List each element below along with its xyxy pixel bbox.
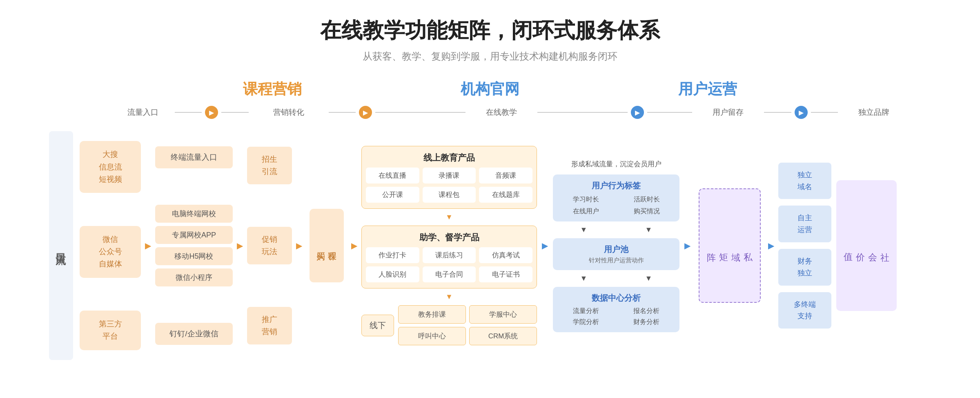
flow-label-retention: 用户留存	[695, 107, 761, 118]
brand-item-2: 财务 独立	[778, 249, 831, 286]
data-item-0: 流量分析	[557, 307, 615, 315]
convert-item-3: 推广 营销	[247, 307, 292, 345]
sup-item-2: 仿真考试	[479, 247, 532, 263]
flow-label-brand: 独立品牌	[841, 107, 906, 118]
flow-label-traffic: 流量入口	[114, 107, 172, 118]
down-arrow-4a: ▼	[553, 274, 615, 283]
offline-item-0: 教务排课	[398, 305, 466, 324]
marketing-item-4: 移动H5网校	[155, 247, 233, 265]
marketing-item-6: 钉钉/企业微信	[155, 323, 233, 345]
section-user-ops: 用户运营	[599, 79, 817, 99]
arrow-1: ▶	[145, 241, 151, 250]
down-arrow-3a: ▼	[553, 226, 615, 234]
arrow-2: ▶	[237, 241, 243, 250]
user-pool-title: 用户池	[557, 244, 675, 255]
independent-brand-col: 独立 域名 自主 运营 财务 独立 多终端 支持	[778, 131, 831, 360]
user-retention-section: 形成私域流量，沉淀会员用户 用户行为标签 学习时长 活跃时长 在线用户 购买情况…	[553, 131, 679, 360]
offline-item-2: 呼叫中心	[398, 327, 466, 345]
supervision-title: 助学、督学产品	[366, 232, 532, 243]
offline-item-3: CRM系统	[469, 327, 537, 345]
arrow-4: ▶	[351, 241, 357, 250]
marketing-group: 电脑终端网校 专属网校APP 移动H5网校 微信小程序	[155, 205, 233, 286]
user-pool-sub: 针对性用户运营动作	[557, 257, 675, 264]
behavior-item-3: 购买情况	[618, 207, 675, 216]
data-item-3: 财务分析	[617, 318, 675, 326]
page-container: 在线教学功能矩阵，闭环式服务体系 从获客、教学、复购到学服，用专业技术构建机构服…	[0, 0, 980, 385]
arrow-circle-4: ▶	[795, 106, 808, 119]
sup-item-4: 电子合同	[423, 266, 476, 282]
header: 在线教学功能矩阵，闭环式服务体系 从获客、教学、复购到学服，用专业技术构建机构服…	[24, 16, 956, 63]
supervision-box: 助学、督学产品 作业打卡 课后练习 仿真考试 人脸识别 电子合同 电子证书	[361, 226, 537, 288]
sup-item-1: 课后练习	[423, 247, 476, 263]
marketing-item-5: 微信小程序	[155, 268, 233, 286]
convert-item-1: 招生 引流	[247, 147, 292, 185]
user-pool-section: 用户池 针对性用户运营动作	[553, 238, 679, 270]
behavior-item-2: 在线用户	[557, 207, 615, 216]
page-title: 在线教学功能矩阵，闭环式服务体系	[24, 16, 956, 45]
marketing-col: 终端流量入口 电脑终端网校 专属网校APP 移动H5网校 微信小程序 钉钉/企业…	[155, 131, 233, 360]
convert-col: 招生 引流 促销 玩法 推广 营销	[247, 131, 292, 360]
convert-item-2: 促销 玩法	[247, 227, 292, 265]
edu-item-0: 在线直播	[366, 168, 419, 183]
arrow-circle-3: ▶	[631, 106, 644, 119]
arrow-7: ▶	[768, 241, 774, 250]
down-arrow-3b: ▼	[618, 226, 679, 234]
section-marketing: 课程营销	[163, 79, 381, 99]
edu-item-3: 公开课	[366, 187, 419, 203]
down-arrow-2: ▼	[361, 293, 537, 301]
online-products-title: 线上教育产品	[366, 152, 532, 163]
data-analysis-title: 数据中心分析	[557, 293, 675, 304]
traffic-sources-col: 大搜 信息流 短视频 微信 公众号 自媒体 第三方 平台	[80, 131, 141, 360]
traffic-source-2: 微信 公众号 自媒体	[80, 226, 141, 278]
brand-item-0: 独立 域名	[778, 163, 831, 199]
marketing-item-1: 终端流量入口	[155, 146, 233, 168]
section-official: 机构官网	[381, 79, 599, 99]
sup-item-5: 电子证书	[479, 266, 532, 282]
brand-item-1: 自主 运营	[778, 206, 831, 242]
course-buy-box: 课程 购买	[310, 209, 344, 282]
edu-item-5: 在线题库	[479, 187, 532, 203]
behavior-title: 用户行为标签	[557, 180, 675, 191]
behavior-item-1: 活跃时长	[618, 195, 675, 204]
arrow-5: ▶	[542, 241, 548, 250]
edu-item-2: 音频课	[479, 168, 532, 183]
behavior-tag-section: 用户行为标签 学习时长 活跃时长 在线用户 购买情况	[553, 174, 679, 221]
online-edu-section: 线上教育产品 在线直播 录播课 音频课 公开课 课程包 在线题库 ▼ 助学、督学…	[361, 131, 537, 360]
offline-label: 线下	[361, 315, 394, 336]
online-products-box: 线上教育产品 在线直播 录播课 音频课 公开课 课程包 在线题库	[361, 146, 537, 209]
arrow-circle-1: ▶	[205, 106, 218, 119]
flow-label-convert: 营销转化	[252, 107, 325, 118]
offline-item-1: 学服中心	[469, 305, 537, 324]
arrow-3: ▶	[296, 241, 302, 250]
page-subtitle: 从获客、教学、复购到学服，用专业技术构建机构服务闭环	[24, 50, 956, 63]
behavior-item-0: 学习时长	[557, 195, 615, 204]
private-domain-box: 私 域 矩 阵	[699, 188, 761, 303]
edu-item-4: 课程包	[423, 187, 476, 203]
flow-label-online: 在线教学	[469, 107, 534, 118]
retention-text: 形成私域流量，沉淀会员用户	[553, 159, 679, 169]
traffic-source-1: 大搜 信息流 短视频	[80, 141, 141, 193]
sup-item-3: 人脸识别	[366, 266, 419, 282]
down-arrow-4b: ▼	[618, 274, 679, 283]
edu-item-1: 录播课	[423, 168, 476, 183]
sup-item-0: 作业打卡	[366, 247, 419, 263]
data-item-1: 报名分析	[617, 307, 675, 315]
marketing-item-2: 电脑终端网校	[155, 205, 233, 223]
left-label-traffic: 流量入口	[49, 131, 73, 360]
data-item-2: 学院分析	[557, 318, 615, 326]
social-value-box: 社 会 价 值	[836, 180, 897, 311]
down-arrow-1: ▼	[361, 213, 537, 221]
traffic-source-3: 第三方 平台	[80, 311, 141, 350]
brand-item-3: 多终端 支持	[778, 292, 831, 329]
marketing-item-3: 专属网校APP	[155, 226, 233, 244]
arrow-circle-2: ▶	[359, 106, 372, 119]
data-analysis-section: 数据中心分析 流量分析 报名分析 学院分析 财务分析	[553, 287, 679, 332]
arrow-6: ▶	[684, 241, 690, 250]
